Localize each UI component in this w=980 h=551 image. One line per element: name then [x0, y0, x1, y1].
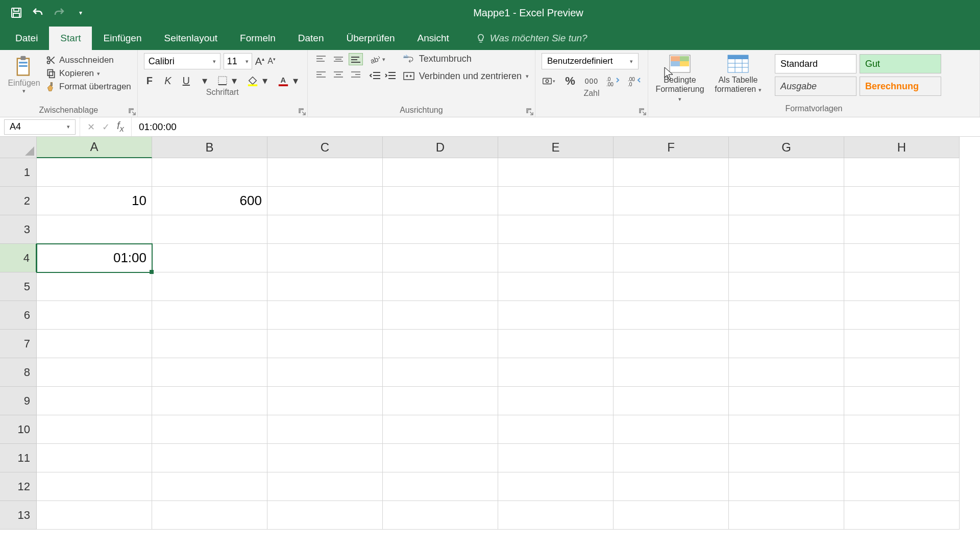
cell-G12[interactable]: [729, 472, 844, 501]
name-box[interactable]: A4▾: [4, 119, 76, 135]
cell-E3[interactable]: [498, 215, 614, 244]
font-name-combo[interactable]: Calibri▾: [144, 53, 220, 69]
cell-A8[interactable]: [37, 358, 152, 387]
align-top-button[interactable]: [314, 53, 328, 65]
number-format-combo[interactable]: Benutzerdefiniert▾: [542, 53, 639, 69]
select-all-corner[interactable]: [0, 137, 37, 158]
cell-B9[interactable]: [152, 387, 267, 415]
cell-F6[interactable]: [614, 301, 729, 330]
qat-customize-icon[interactable]: ▾: [75, 7, 87, 19]
style-berechnung[interactable]: Berechnung: [860, 77, 941, 96]
spreadsheet-grid[interactable]: ABCDEFGH 12106003401:005678910111213: [0, 137, 980, 530]
cell-H11[interactable]: [844, 444, 960, 472]
row-header-6[interactable]: 6: [0, 301, 37, 330]
format-as-table-button[interactable]: Als Tabelle formatieren ▾: [713, 54, 764, 94]
cell-D9[interactable]: [383, 387, 498, 415]
cell-G4[interactable]: [729, 244, 844, 272]
cell-G7[interactable]: [729, 330, 844, 358]
cell-A9[interactable]: [37, 387, 152, 415]
tell-me-search[interactable]: Was möchten Sie tun?: [476, 27, 587, 50]
row-header-11[interactable]: 11: [0, 444, 37, 472]
align-middle-button[interactable]: [331, 53, 346, 65]
cell-B4[interactable]: [152, 244, 267, 272]
tab-start[interactable]: Start: [49, 27, 92, 50]
cell-E1[interactable]: [498, 158, 614, 187]
cell-F11[interactable]: [614, 444, 729, 472]
comma-style-button[interactable]: 000: [584, 74, 599, 88]
cell-F1[interactable]: [614, 158, 729, 187]
column-header-F[interactable]: F: [614, 137, 729, 158]
cell-H6[interactable]: [844, 301, 960, 330]
column-header-B[interactable]: B: [152, 137, 267, 158]
cell-C1[interactable]: [267, 158, 383, 187]
cell-G2[interactable]: [729, 187, 844, 215]
decrease-indent-button[interactable]: [369, 70, 381, 83]
cell-E11[interactable]: [498, 444, 614, 472]
cancel-formula-button[interactable]: ✕: [87, 121, 95, 133]
cell-D5[interactable]: [383, 272, 498, 301]
column-header-D[interactable]: D: [383, 137, 498, 158]
cell-A13[interactable]: [37, 501, 152, 530]
cell-B8[interactable]: [152, 358, 267, 387]
style-gut[interactable]: Gut: [860, 54, 941, 73]
row-header-7[interactable]: 7: [0, 330, 37, 358]
cell-B2[interactable]: 600: [152, 187, 267, 215]
cell-C7[interactable]: [267, 330, 383, 358]
tab-datei[interactable]: Datei: [4, 27, 49, 50]
cell-E6[interactable]: [498, 301, 614, 330]
cell-E7[interactable]: [498, 330, 614, 358]
cell-E4[interactable]: [498, 244, 614, 272]
cell-F12[interactable]: [614, 472, 729, 501]
cell-D2[interactable]: [383, 187, 498, 215]
wrap-text-button[interactable]: ab Textumbruch: [403, 53, 529, 64]
cell-D13[interactable]: [383, 501, 498, 530]
align-center-button[interactable]: [331, 68, 346, 81]
cell-G13[interactable]: [729, 501, 844, 530]
cell-H3[interactable]: [844, 215, 960, 244]
increase-indent-button[interactable]: [384, 70, 397, 83]
cell-G8[interactable]: [729, 358, 844, 387]
tab-seitenlayout[interactable]: Seitenlayout: [153, 27, 229, 50]
increase-font-button[interactable]: A▴: [255, 56, 264, 67]
cell-B12[interactable]: [152, 472, 267, 501]
paste-button[interactable]: Einfügen ▾: [6, 53, 42, 94]
cell-D3[interactable]: [383, 215, 498, 244]
cell-B13[interactable]: [152, 501, 267, 530]
cell-B10[interactable]: [152, 415, 267, 444]
merge-center-button[interactable]: Verbinden und zentrieren ▾: [403, 70, 529, 82]
cell-G9[interactable]: [729, 387, 844, 415]
tab-ansicht[interactable]: Ansicht: [406, 27, 460, 50]
cell-F2[interactable]: [614, 187, 729, 215]
cell-A11[interactable]: [37, 444, 152, 472]
style-ausgabe[interactable]: Ausgabe: [775, 77, 856, 96]
cell-A5[interactable]: [37, 272, 152, 301]
cell-H9[interactable]: [844, 387, 960, 415]
cell-B5[interactable]: [152, 272, 267, 301]
cell-C11[interactable]: [267, 444, 383, 472]
cell-F9[interactable]: [614, 387, 729, 415]
row-header-12[interactable]: 12: [0, 472, 37, 501]
dialog-launcher-icon[interactable]: [298, 108, 306, 116]
align-right-button[interactable]: [349, 68, 363, 81]
cell-C6[interactable]: [267, 301, 383, 330]
row-header-5[interactable]: 5: [0, 272, 37, 301]
dialog-launcher-icon[interactable]: [128, 108, 136, 116]
enter-formula-button[interactable]: ✓: [102, 121, 110, 133]
row-header-9[interactable]: 9: [0, 387, 37, 415]
cell-H2[interactable]: [844, 187, 960, 215]
tab-formeln[interactable]: Formeln: [229, 27, 287, 50]
cell-F7[interactable]: [614, 330, 729, 358]
cell-C13[interactable]: [267, 501, 383, 530]
cell-F5[interactable]: [614, 272, 729, 301]
bold-button[interactable]: F: [144, 75, 155, 87]
cell-F3[interactable]: [614, 215, 729, 244]
cell-H1[interactable]: [844, 158, 960, 187]
align-left-button[interactable]: [314, 68, 328, 81]
cell-E13[interactable]: [498, 501, 614, 530]
cell-D6[interactable]: [383, 301, 498, 330]
cell-F10[interactable]: [614, 415, 729, 444]
cell-C8[interactable]: [267, 358, 383, 387]
cell-G10[interactable]: [729, 415, 844, 444]
row-header-8[interactable]: 8: [0, 358, 37, 387]
italic-button[interactable]: K: [162, 75, 174, 87]
